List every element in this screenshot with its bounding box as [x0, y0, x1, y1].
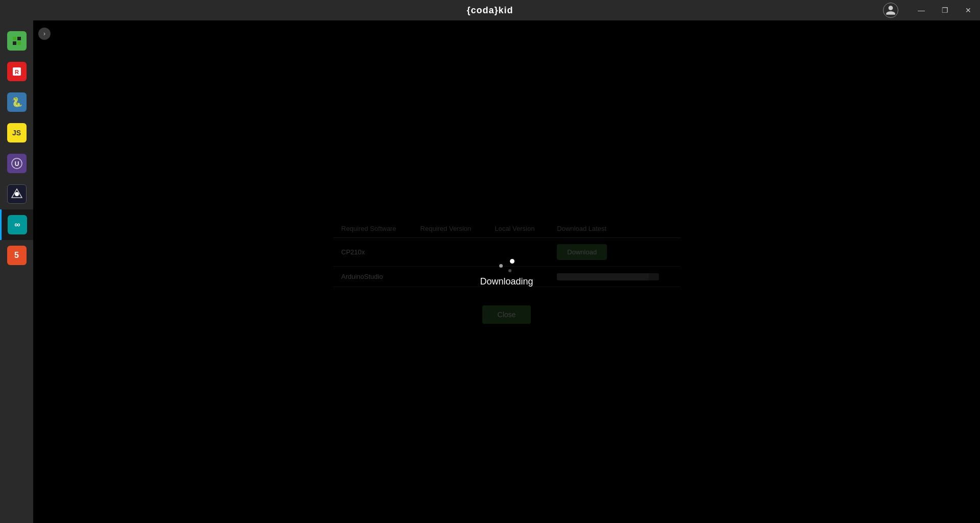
spinner-dot-2 [499, 264, 503, 268]
close-button[interactable]: ✕ [957, 0, 980, 20]
user-avatar[interactable] [883, 3, 898, 18]
loading-text: Downloading [480, 276, 533, 287]
sidebar-item-unity[interactable] [0, 179, 33, 209]
main-content: Required Software Required Version Local… [33, 20, 980, 523]
svg-text:∞: ∞ [14, 220, 20, 229]
svg-text:🐍: 🐍 [11, 97, 23, 108]
svg-text:R: R [15, 69, 19, 75]
arduino-icon: ∞ [8, 215, 27, 234]
window-controls: — ❐ ✕ [910, 0, 980, 20]
svg-text:U: U [14, 160, 19, 168]
svg-rect-0 [13, 37, 16, 40]
sidebar-item-arduino[interactable]: ∞ [0, 209, 33, 240]
sidebar-item-roblox[interactable]: R [0, 56, 33, 87]
maximize-button[interactable]: ❐ [933, 0, 957, 20]
svg-rect-3 [17, 41, 21, 45]
chevron-right-icon: › [43, 30, 45, 37]
minecraft-icon [7, 31, 27, 51]
sidebar-item-html5[interactable]: 5 [0, 240, 33, 271]
sidebar-item-unreal[interactable]: U [0, 148, 33, 179]
spinner-dot-1 [510, 259, 514, 264]
unreal-icon: U [7, 154, 27, 173]
loading-spinner [499, 257, 514, 272]
unity-icon [7, 184, 27, 204]
svg-rect-2 [13, 41, 16, 45]
titlebar: {coda}kid — ❐ ✕ [0, 0, 980, 20]
svg-point-10 [15, 192, 19, 196]
sidebar: R 🐍 JS U [0, 20, 33, 523]
sidebar-item-javascript[interactable]: JS [0, 117, 33, 148]
html5-icon: 5 [7, 246, 27, 265]
javascript-icon: JS [7, 123, 27, 142]
minimize-button[interactable]: — [910, 0, 933, 20]
loading-overlay: Downloading [33, 20, 980, 523]
app-logo: {coda}kid [467, 5, 513, 16]
sidebar-item-minecraft[interactable] [0, 26, 33, 56]
sidebar-toggle[interactable]: › [38, 28, 51, 40]
spinner-dot-3 [508, 269, 511, 272]
sidebar-item-python[interactable]: 🐍 [0, 87, 33, 117]
python-icon: 🐍 [7, 92, 27, 112]
roblox-icon: R [7, 62, 27, 81]
svg-rect-1 [17, 37, 21, 40]
